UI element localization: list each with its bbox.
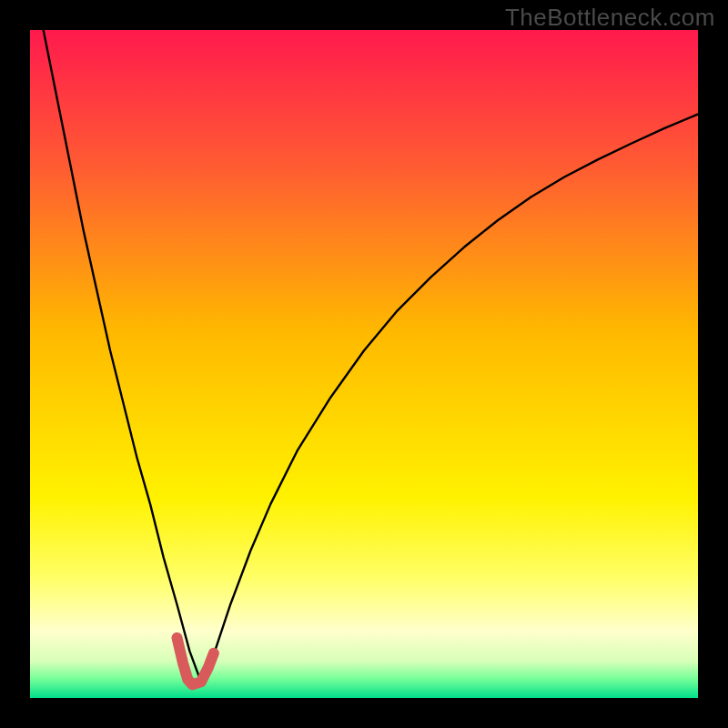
chart-svg bbox=[30, 30, 698, 698]
plot-area bbox=[30, 30, 698, 698]
chart-frame: TheBottleneck.com bbox=[0, 0, 728, 728]
gradient-background bbox=[30, 30, 698, 698]
watermark-text: TheBottleneck.com bbox=[505, 4, 715, 32]
